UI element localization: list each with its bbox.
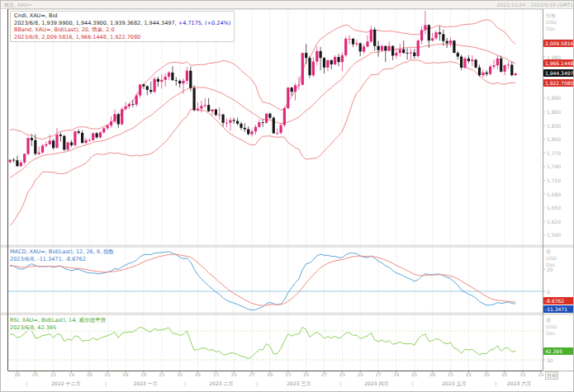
candle-body bbox=[291, 87, 293, 92]
candle-body bbox=[160, 80, 163, 82]
candle-body bbox=[121, 109, 123, 124]
candle-body bbox=[460, 57, 463, 68]
candle-body bbox=[31, 138, 33, 140]
candle-body bbox=[439, 32, 441, 34]
candle-body bbox=[500, 59, 502, 72]
candle-body bbox=[337, 57, 339, 62]
candle-body bbox=[276, 133, 278, 134]
candle-body bbox=[515, 73, 517, 75]
candle-body bbox=[294, 85, 296, 92]
candle-body bbox=[135, 96, 138, 105]
candle-body bbox=[366, 41, 368, 46]
candle-body bbox=[157, 79, 159, 82]
candle-body bbox=[330, 60, 333, 64]
chart-window: 概览, XAU= 2022/11/24 - 2023/6/19 (GMT) 价格… bbox=[0, 0, 574, 392]
candle-body bbox=[233, 120, 235, 121]
candle-body bbox=[273, 118, 275, 134]
candle-body bbox=[236, 121, 239, 124]
candle-body bbox=[154, 79, 156, 92]
candle-body bbox=[222, 115, 225, 123]
candle-body bbox=[370, 30, 372, 41]
candle-body bbox=[283, 108, 286, 125]
candle-body bbox=[434, 32, 437, 38]
candle-body bbox=[377, 46, 380, 50]
candle-body bbox=[280, 125, 282, 133]
candle-body bbox=[399, 50, 401, 53]
candle-body bbox=[197, 109, 199, 111]
candle-body bbox=[146, 87, 149, 90]
candle-body bbox=[384, 46, 387, 51]
candle-body bbox=[38, 153, 40, 154]
candle-body bbox=[139, 84, 141, 95]
candle-body bbox=[26, 138, 29, 153]
candle-body bbox=[352, 39, 354, 45]
candle-body bbox=[149, 90, 152, 92]
candle-body bbox=[262, 122, 264, 123]
candle-body bbox=[84, 140, 87, 143]
candle-body bbox=[381, 46, 383, 50]
candle-body bbox=[168, 73, 170, 77]
candle-body bbox=[417, 40, 420, 56]
panel-separator bbox=[1, 245, 574, 248]
candle-body bbox=[125, 106, 127, 109]
candle-body bbox=[363, 46, 365, 51]
candle-body bbox=[265, 114, 268, 123]
candle-body bbox=[34, 140, 36, 154]
candle-body bbox=[204, 105, 206, 106]
candle-body bbox=[88, 140, 91, 141]
candle-body bbox=[492, 65, 495, 67]
candle-body bbox=[175, 80, 178, 81]
legend-rsi-series: RSI, XAU=, Bid(Last), 14, 威尔德平滑 bbox=[10, 317, 106, 324]
candle-body bbox=[110, 121, 112, 125]
legend-macd-values: 2023/6/8, -11.3471, -8.6762 bbox=[10, 256, 114, 263]
legend-candle-series: Cndl, XAU=, Bid bbox=[14, 12, 230, 20]
candle-body bbox=[320, 51, 322, 58]
candle-body bbox=[297, 85, 300, 86]
candle-body bbox=[9, 160, 12, 163]
candle-body bbox=[113, 114, 116, 121]
candle-body bbox=[49, 140, 51, 144]
candle-body bbox=[52, 140, 55, 148]
chart-canvas[interactable] bbox=[1, 1, 574, 392]
auto-scale-button[interactable]: 自动 bbox=[545, 371, 558, 380]
candle-body bbox=[349, 39, 351, 40]
candle-body bbox=[117, 114, 120, 124]
candle-body bbox=[424, 25, 426, 30]
candle-body bbox=[315, 51, 318, 62]
candle-body bbox=[258, 122, 260, 127]
candle-body bbox=[45, 144, 47, 146]
candle-body bbox=[70, 143, 73, 145]
candle-body bbox=[323, 58, 325, 68]
rsi-legend: RSI, XAU=, Bid(Last), 14, 威尔德平滑 2023/6/8… bbox=[10, 317, 106, 331]
candle-body bbox=[510, 65, 513, 76]
candle-body bbox=[229, 120, 231, 123]
candle-body bbox=[301, 53, 304, 85]
candle-body bbox=[308, 58, 311, 75]
candle-body bbox=[189, 71, 192, 88]
candle-body bbox=[41, 146, 44, 153]
candle-body bbox=[244, 128, 246, 130]
candle-body bbox=[420, 31, 423, 41]
candle-body bbox=[449, 40, 452, 43]
candle-body bbox=[486, 73, 488, 74]
candle-body bbox=[395, 53, 397, 55]
candle-body bbox=[131, 104, 134, 105]
legend-rsi-values: 2023/6/8, 42.395 bbox=[10, 324, 106, 332]
candle-body bbox=[334, 57, 336, 64]
legend-bband-series: BBand, XAU=, Bid(Last), 20, 简单, 2.0 bbox=[14, 26, 230, 34]
candle-body bbox=[211, 110, 213, 111]
candle-body bbox=[391, 46, 394, 56]
candle-body bbox=[55, 135, 58, 148]
candle-body bbox=[186, 71, 188, 81]
candle-body bbox=[457, 53, 459, 56]
candle-body bbox=[489, 67, 491, 74]
candle-body bbox=[200, 106, 202, 108]
candle-body bbox=[107, 125, 109, 128]
candle-body bbox=[128, 104, 130, 106]
candle-body bbox=[453, 40, 455, 53]
candle-body bbox=[410, 53, 412, 54]
legend-bband-values: 2023/6/8, 2,009.5816, 1,966.1448, 1,922.… bbox=[14, 34, 230, 41]
candle-body bbox=[240, 124, 242, 128]
candle-body bbox=[326, 60, 329, 68]
candle-body bbox=[373, 30, 376, 46]
